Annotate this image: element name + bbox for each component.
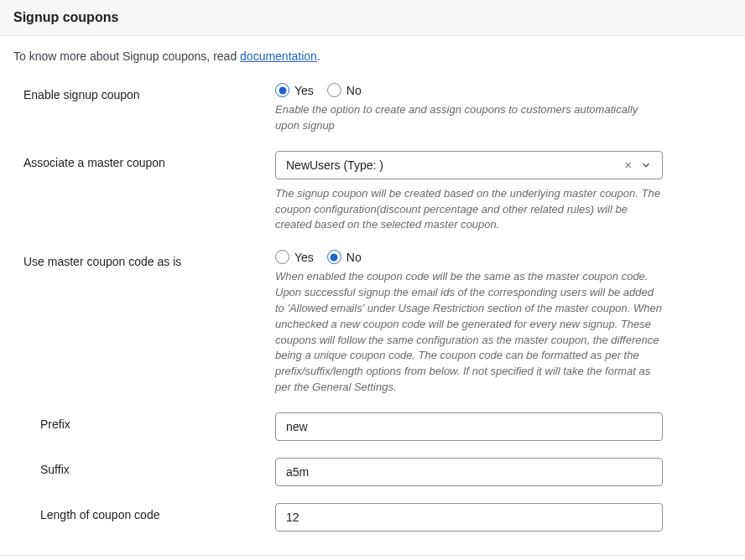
intro-text: To know more about Signup coupons, read … xyxy=(0,36,745,68)
prefix-field xyxy=(275,412,663,441)
intro-suffix: . xyxy=(317,49,320,63)
length-input[interactable] xyxy=(275,503,663,531)
asis-no-option[interactable]: No xyxy=(327,250,362,264)
asis-row: Use master coupon code as is Yes No When… xyxy=(0,241,745,404)
associate-row: Associate a master coupon NewUsers (Type… xyxy=(0,143,745,242)
asis-yes-option[interactable]: Yes xyxy=(275,250,314,264)
intro-prefix: To know more about Signup coupons, read xyxy=(13,49,240,63)
associate-help: The signup coupon will be created based … xyxy=(275,186,663,234)
page-header: Signup coupons xyxy=(0,0,745,36)
enable-label: Enable signup coupon xyxy=(23,83,275,101)
enable-help: Enable the option to create and assign c… xyxy=(275,102,663,134)
documentation-link[interactable]: documentation xyxy=(240,49,317,63)
radio-icon xyxy=(327,250,341,264)
prefix-label: Prefix xyxy=(40,412,275,431)
chevron-down-icon[interactable] xyxy=(640,159,652,171)
asis-radio-group: Yes No xyxy=(275,250,663,264)
suffix-label: Suffix xyxy=(40,458,275,476)
enable-row: Enable signup coupon Yes No Enable the o… xyxy=(0,75,745,143)
suffix-field xyxy=(275,458,663,486)
select-value: NewUsers (Type: ) xyxy=(286,158,383,172)
settings-form: Enable signup coupon Yes No Enable the o… xyxy=(0,68,745,556)
page-title: Signup coupons xyxy=(13,10,732,25)
prefix-row: Prefix xyxy=(0,404,745,449)
enable-yes-option[interactable]: Yes xyxy=(275,83,314,97)
radio-icon xyxy=(275,250,289,264)
asis-field: Yes No When enabled the coupon code will… xyxy=(275,250,663,396)
asis-label: Use master coupon code as is xyxy=(23,250,275,268)
enable-no-option[interactable]: No xyxy=(327,83,362,97)
asis-yes-label: Yes xyxy=(294,251,314,264)
enable-radio-group: Yes No xyxy=(275,83,663,97)
master-coupon-select[interactable]: NewUsers (Type: ) × xyxy=(275,151,663,179)
close-icon[interactable]: × xyxy=(625,158,632,172)
length-field xyxy=(275,503,663,531)
radio-icon xyxy=(327,83,341,97)
suffix-row: Suffix xyxy=(0,449,745,495)
prefix-input[interactable] xyxy=(275,412,663,441)
select-controls: × xyxy=(625,158,652,172)
radio-icon xyxy=(275,83,289,97)
enable-field: Yes No Enable the option to create and a… xyxy=(275,83,663,134)
associate-field: NewUsers (Type: ) × The signup coupon wi… xyxy=(275,151,663,234)
length-row: Length of coupon code xyxy=(0,495,745,540)
enable-no-label: No xyxy=(346,84,362,97)
enable-yes-label: Yes xyxy=(294,84,314,97)
suffix-input[interactable] xyxy=(275,458,663,486)
asis-no-label: No xyxy=(346,251,362,264)
associate-label: Associate a master coupon xyxy=(23,151,275,169)
length-label: Length of coupon code xyxy=(40,503,275,521)
asis-help: When enabled the coupon code will be the… xyxy=(275,269,663,396)
